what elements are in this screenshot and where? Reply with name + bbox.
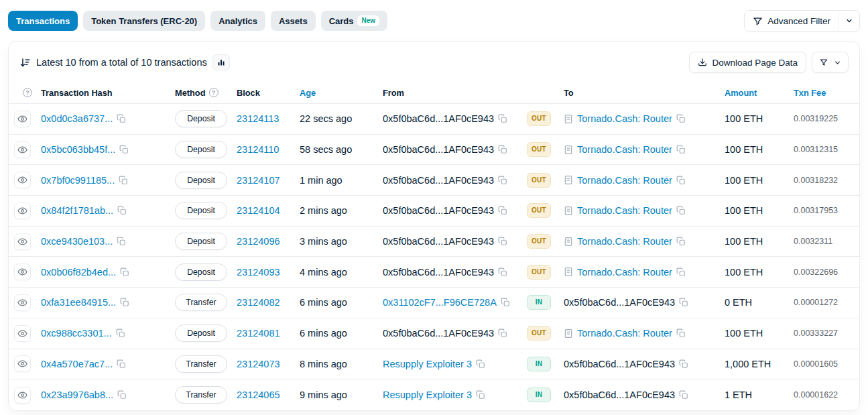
copy-icon[interactable] bbox=[676, 237, 686, 246]
eye-button[interactable] bbox=[14, 233, 31, 250]
copy-icon[interactable] bbox=[679, 359, 688, 369]
advanced-filter-button[interactable]: Advanced Filter bbox=[745, 11, 839, 31]
copy-icon[interactable] bbox=[676, 206, 686, 215]
tx-hash-link[interactable]: 0x0d0c3a6737... bbox=[41, 113, 113, 124]
tab-analytics[interactable]: Analytics bbox=[210, 11, 265, 31]
tab-token-transfers-erc-20[interactable]: Token Transfers (ERC-20) bbox=[83, 11, 205, 31]
block-link[interactable]: 23124113 bbox=[237, 113, 279, 124]
copy-icon[interactable] bbox=[498, 176, 507, 185]
eye-button[interactable] bbox=[14, 202, 31, 219]
copy-icon[interactable] bbox=[117, 359, 126, 369]
tx-hash-link[interactable]: 0xc988cc3301... bbox=[41, 328, 112, 339]
from-address[interactable]: 0x5f0baC6d...1AF0cE943 bbox=[383, 144, 494, 155]
copy-icon[interactable] bbox=[117, 114, 126, 123]
eye-button[interactable] bbox=[14, 141, 31, 158]
tx-hash-link[interactable]: 0x4a570e7ac7... bbox=[41, 359, 113, 369]
from-address[interactable]: Resupply Exploiter 3 bbox=[383, 359, 472, 369]
block-link[interactable]: 23124081 bbox=[237, 328, 280, 339]
bar-chart-icon-button[interactable] bbox=[212, 54, 230, 70]
tab-transactions[interactable]: Transactions bbox=[8, 11, 78, 31]
to-address[interactable]: Tornado.Cash: Router bbox=[577, 113, 672, 124]
copy-icon[interactable] bbox=[676, 268, 686, 277]
copy-icon[interactable] bbox=[676, 114, 686, 123]
method-button[interactable]: Transfer bbox=[175, 294, 227, 311]
copy-icon[interactable] bbox=[679, 390, 688, 400]
method-button[interactable]: Transfer bbox=[175, 386, 227, 404]
eye-button[interactable] bbox=[14, 325, 31, 342]
eye-button[interactable] bbox=[14, 263, 31, 280]
header-txn-fee[interactable]: Txn Fee bbox=[794, 88, 854, 98]
method-button[interactable]: Deposit bbox=[175, 141, 227, 158]
to-address[interactable]: Tornado.Cash: Router bbox=[577, 267, 672, 278]
copy-icon[interactable] bbox=[498, 145, 507, 154]
tx-hash-link[interactable]: 0x0b06f82b4ed... bbox=[41, 267, 116, 278]
download-page-data-button[interactable]: Download Page Data bbox=[689, 52, 806, 73]
copy-icon[interactable] bbox=[117, 237, 126, 246]
eye-button[interactable] bbox=[14, 111, 31, 127]
copy-icon[interactable] bbox=[501, 298, 510, 307]
method-button[interactable]: Transfer bbox=[175, 355, 227, 373]
copy-icon[interactable] bbox=[120, 298, 129, 307]
copy-icon[interactable] bbox=[117, 206, 127, 215]
block-link[interactable]: 23124065 bbox=[237, 390, 280, 400]
to-address[interactable]: 0x5f0baC6d...1AF0cE943 bbox=[564, 390, 675, 400]
from-address[interactable]: 0x5f0baC6d...1AF0cE943 bbox=[383, 267, 494, 278]
from-address[interactable]: 0x5f0baC6d...1AF0cE943 bbox=[383, 328, 494, 339]
to-address[interactable]: Tornado.Cash: Router bbox=[577, 144, 672, 155]
from-address[interactable]: 0x31102cF7...F96CE728A bbox=[383, 297, 497, 308]
header-amount[interactable]: Amount bbox=[725, 88, 794, 98]
block-link[interactable]: 23124096 bbox=[237, 236, 280, 247]
eye-button[interactable] bbox=[14, 294, 31, 311]
copy-icon[interactable] bbox=[498, 237, 507, 246]
to-address[interactable]: Tornado.Cash: Router bbox=[577, 205, 672, 216]
question-circle-icon[interactable]: ? bbox=[23, 88, 32, 97]
copy-icon[interactable] bbox=[119, 145, 129, 154]
eye-button[interactable] bbox=[14, 387, 31, 404]
to-address[interactable]: 0x5f0baC6d...1AF0cE943 bbox=[564, 359, 675, 369]
block-link[interactable]: 23124093 bbox=[237, 267, 280, 278]
copy-icon[interactable] bbox=[679, 298, 688, 307]
copy-icon[interactable] bbox=[476, 359, 485, 369]
table-filter-button[interactable] bbox=[812, 52, 849, 73]
from-address[interactable]: 0x5f0baC6d...1AF0cE943 bbox=[383, 175, 494, 186]
method-button[interactable]: Deposit bbox=[175, 110, 227, 127]
to-address[interactable]: Tornado.Cash: Router bbox=[577, 236, 672, 247]
copy-icon[interactable] bbox=[476, 390, 485, 400]
to-address[interactable]: Tornado.Cash: Router bbox=[577, 328, 672, 339]
copy-icon[interactable] bbox=[117, 390, 127, 400]
block-link[interactable]: 23124082 bbox=[237, 297, 280, 308]
from-address[interactable]: 0x5f0baC6d...1AF0cE943 bbox=[383, 113, 494, 124]
copy-icon[interactable] bbox=[498, 329, 507, 338]
header-age[interactable]: Age bbox=[300, 88, 383, 98]
method-button[interactable]: Deposit bbox=[175, 324, 227, 342]
block-link[interactable]: 23124104 bbox=[237, 205, 280, 216]
copy-icon[interactable] bbox=[120, 268, 129, 277]
tx-hash-link[interactable]: 0xfa31ee84915... bbox=[41, 297, 116, 308]
method-button[interactable]: Deposit bbox=[175, 202, 227, 219]
question-circle-icon[interactable]: ? bbox=[209, 88, 219, 97]
copy-icon[interactable] bbox=[676, 145, 686, 154]
from-address[interactable]: 0x5f0baC6d...1AF0cE943 bbox=[383, 205, 494, 216]
block-link[interactable]: 23124073 bbox=[237, 359, 280, 369]
block-link[interactable]: 23124107 bbox=[237, 175, 280, 186]
method-button[interactable]: Deposit bbox=[175, 233, 227, 250]
sort-descending-icon[interactable] bbox=[19, 57, 31, 68]
tx-hash-link[interactable]: 0x5bc063bb45f... bbox=[41, 144, 115, 155]
tx-hash-link[interactable]: 0x84f2f1781ab... bbox=[41, 205, 113, 216]
tab-cards[interactable]: CardsNew bbox=[321, 11, 387, 31]
method-button[interactable]: Deposit bbox=[175, 172, 227, 189]
copy-icon[interactable] bbox=[498, 206, 507, 215]
copy-icon[interactable] bbox=[676, 176, 686, 185]
tab-assets[interactable]: Assets bbox=[271, 11, 316, 31]
copy-icon[interactable] bbox=[119, 176, 128, 185]
to-address[interactable]: Tornado.Cash: Router bbox=[577, 175, 672, 186]
eye-button[interactable] bbox=[14, 355, 31, 372]
tx-hash-link[interactable]: 0x7bf0c991185... bbox=[41, 175, 115, 186]
copy-icon[interactable] bbox=[676, 329, 686, 338]
copy-icon[interactable] bbox=[498, 114, 507, 123]
copy-icon[interactable] bbox=[498, 268, 507, 277]
copy-icon[interactable] bbox=[116, 329, 125, 338]
from-address[interactable]: 0x5f0baC6d...1AF0cE943 bbox=[383, 236, 494, 247]
block-link[interactable]: 23124110 bbox=[237, 144, 279, 155]
eye-button[interactable] bbox=[14, 172, 31, 188]
